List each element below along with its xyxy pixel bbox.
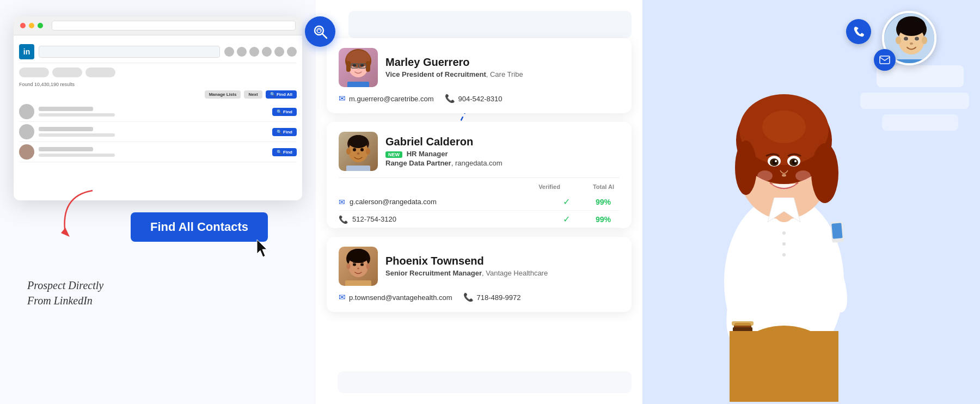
linkedin-nav bbox=[224, 47, 297, 57]
floating-phone-icon bbox=[846, 19, 871, 44]
browser-titlebar bbox=[14, 16, 302, 35]
next-button[interactable]: Next bbox=[244, 90, 262, 99]
svg-point-44 bbox=[914, 36, 920, 41]
svg-point-22 bbox=[353, 148, 356, 151]
svg-point-70 bbox=[794, 160, 797, 162]
nav-dot-5 bbox=[274, 47, 284, 57]
woman-illustration bbox=[670, 10, 898, 404]
svg-point-24 bbox=[357, 152, 360, 155]
list-item-sub-1 bbox=[39, 113, 115, 117]
phoenix-phone-value: 718-489-9972 bbox=[477, 293, 521, 302]
email-icon: ✉ bbox=[339, 94, 346, 103]
phone-icon: 📞 bbox=[445, 94, 455, 103]
gabriel-avatar bbox=[339, 132, 378, 171]
svg-point-60 bbox=[811, 143, 838, 203]
svg-point-28 bbox=[347, 249, 369, 263]
red-arrow-annotation bbox=[49, 185, 114, 253]
svg-rect-34 bbox=[345, 280, 371, 286]
find-button-2[interactable]: 🔍 Find bbox=[272, 128, 297, 136]
gabriel-name: Gabriel Calderon bbox=[385, 136, 620, 148]
left-panel: in bbox=[0, 0, 316, 404]
gabriel-email-check: ✓ bbox=[550, 197, 583, 207]
ai-label: Total AI bbox=[593, 183, 614, 190]
gabriel-header: Gabriel Calderon NEW HR Manager Range Da… bbox=[339, 132, 620, 171]
manage-lists-button[interactable]: Manage Lists bbox=[205, 90, 241, 99]
svg-point-39 bbox=[896, 36, 901, 44]
svg-point-45 bbox=[910, 42, 913, 45]
list-item-1: 🔍 Find bbox=[19, 102, 297, 122]
list-item-name-2 bbox=[39, 127, 93, 131]
svg-rect-25 bbox=[346, 166, 370, 171]
marley-email: ✉ m.guerrero@caretribe.com bbox=[339, 94, 434, 103]
svg-point-23 bbox=[360, 148, 364, 151]
nav-dot-2 bbox=[237, 47, 247, 57]
find-all-contacts-button[interactable]: Find All Contacts bbox=[131, 212, 268, 242]
nav-dot-3 bbox=[249, 47, 259, 57]
svg-point-69 bbox=[775, 160, 777, 162]
svg-point-62 bbox=[762, 111, 806, 143]
svg-point-38 bbox=[897, 16, 926, 36]
svg-rect-47 bbox=[880, 56, 890, 64]
browser-content: in bbox=[14, 35, 302, 200]
marley-phone-value: 904-542-8310 bbox=[458, 95, 503, 103]
bg-deco-top bbox=[348, 11, 632, 38]
phoenix-details: ✉ p.townsend@vantagehealth.com 📞 718-489… bbox=[339, 292, 620, 302]
list-avatar-2 bbox=[19, 124, 34, 139]
list-item-info-3 bbox=[39, 147, 268, 157]
list-item-info-2 bbox=[39, 127, 268, 137]
list-item-sub-2 bbox=[39, 133, 115, 137]
phoenix-avatar bbox=[339, 247, 378, 286]
phoenix-header: Phoenix Townsend Senior Recruitment Mana… bbox=[339, 247, 620, 286]
phoenix-title: Senior Recruitment Manager, Vantage Heal… bbox=[385, 269, 620, 277]
svg-point-29 bbox=[347, 264, 351, 270]
svg-point-11 bbox=[360, 64, 364, 67]
svg-point-19 bbox=[348, 135, 368, 148]
svg-point-40 bbox=[922, 36, 927, 44]
nav-dot-6 bbox=[287, 47, 297, 57]
svg-rect-8 bbox=[346, 61, 351, 72]
phoenix-name: Phoenix Townsend bbox=[385, 255, 620, 267]
svg-rect-16 bbox=[347, 82, 369, 87]
marley-header: Marley Guerrero Vice President of Recrui… bbox=[339, 48, 620, 87]
svg-point-76 bbox=[782, 231, 786, 235]
gabriel-info: Gabriel Calderon NEW HR Manager Range Da… bbox=[385, 136, 620, 167]
svg-point-10 bbox=[353, 64, 357, 67]
svg-point-43 bbox=[903, 36, 909, 41]
marley-title: Vice President of Recruitment, Care Trib… bbox=[385, 70, 620, 78]
gabriel-phone-pct: 99% bbox=[587, 215, 620, 224]
nav-dot-4 bbox=[262, 47, 272, 57]
middle-panel: Marley Guerrero Vice President of Recrui… bbox=[316, 0, 642, 404]
list-item-3: 🔍 Find bbox=[19, 142, 297, 162]
linkedin-search[interactable] bbox=[39, 46, 220, 58]
results-header: Found 10,430,190 results bbox=[19, 82, 297, 87]
svg-point-30 bbox=[366, 264, 370, 270]
marley-avatar bbox=[339, 48, 378, 87]
gabriel-email-value: g.calerson@rangedata.com bbox=[350, 198, 546, 206]
verification-header: Verified Total AI bbox=[339, 183, 620, 190]
svg-point-32 bbox=[360, 264, 364, 266]
linkedin-filters bbox=[19, 68, 297, 77]
bg-deco-bottom bbox=[338, 371, 632, 393]
marley-phone: 📞 904-542-8310 bbox=[445, 94, 503, 103]
find-all-button-small[interactable]: 🔍 Find All bbox=[266, 90, 297, 99]
find-button-3[interactable]: 🔍 Find bbox=[272, 148, 297, 156]
find-button-1[interactable]: 🔍 Find bbox=[272, 108, 297, 116]
svg-point-72 bbox=[757, 170, 773, 181]
floating-email-icon bbox=[874, 49, 896, 71]
linkedin-logo: in bbox=[19, 44, 34, 59]
list-item-info-1 bbox=[39, 107, 268, 117]
svg-rect-52 bbox=[732, 321, 754, 326]
svg-point-33 bbox=[357, 268, 359, 270]
list-avatar-1 bbox=[19, 104, 34, 119]
svg-point-20 bbox=[346, 148, 351, 155]
svg-point-71 bbox=[782, 174, 786, 177]
right-panel bbox=[642, 0, 980, 404]
gabriel-phone-value: 512-754-3120 bbox=[352, 215, 546, 223]
gabriel-company: Range Data Partner, rangedata.com bbox=[385, 159, 620, 167]
phone-icon-phoenix: 📞 bbox=[463, 292, 474, 302]
list-item-name-1 bbox=[39, 107, 93, 111]
svg-point-21 bbox=[366, 148, 370, 155]
svg-point-61 bbox=[735, 140, 757, 195]
contact-card-phoenix: Phoenix Townsend Senior Recruitment Mana… bbox=[327, 237, 632, 312]
gabriel-phone-check: ✓ bbox=[550, 214, 583, 224]
